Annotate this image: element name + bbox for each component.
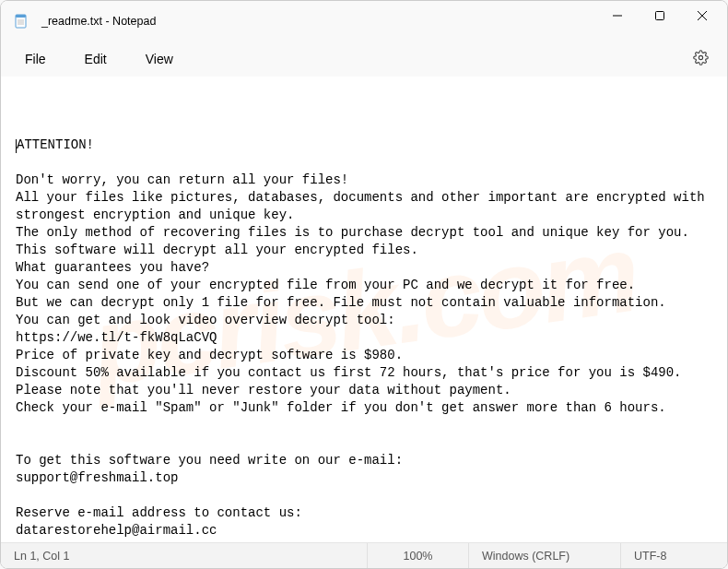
menu-view[interactable]: View <box>133 46 186 72</box>
status-encoding: UTF-8 <box>621 543 727 568</box>
svg-rect-6 <box>656 12 664 20</box>
menu-file[interactable]: File <box>12 46 59 72</box>
statusbar: Ln 1, Col 1 100% Windows (CRLF) UTF-8 <box>1 542 727 568</box>
close-button[interactable] <box>681 1 723 30</box>
notepad-window: _readme.txt - Notepad File Edit View <box>0 0 728 569</box>
menubar: File Edit View <box>1 41 727 77</box>
status-cursor-position: Ln 1, Col 1 <box>1 543 368 568</box>
svg-rect-1 <box>16 15 26 18</box>
text-caret <box>16 139 17 153</box>
titlebar: _readme.txt - Notepad <box>1 1 727 41</box>
minimize-button[interactable] <box>596 1 639 30</box>
settings-button[interactable] <box>685 43 716 75</box>
window-title: _readme.txt - Notepad <box>41 15 596 28</box>
status-line-ending: Windows (CRLF) <box>469 543 621 568</box>
status-zoom[interactable]: 100% <box>368 543 469 568</box>
notepad-app-icon <box>14 14 29 29</box>
menu-edit[interactable]: Edit <box>72 46 120 72</box>
svg-point-9 <box>699 55 702 59</box>
gear-icon <box>693 50 709 69</box>
text-editor[interactable]: pcrisk.com ATTENTION! Don't worry, you c… <box>1 77 727 542</box>
maximize-button[interactable] <box>639 1 681 30</box>
document-content: ATTENTION! Don't worry, you can return a… <box>16 137 712 542</box>
window-controls <box>596 1 723 41</box>
